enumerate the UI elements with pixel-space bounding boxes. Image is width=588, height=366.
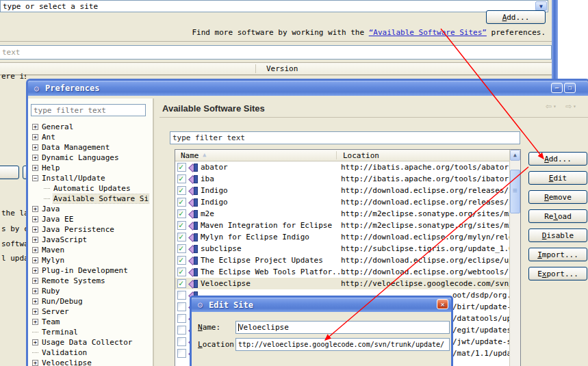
sites-filter-input[interactable]: type filter text: [170, 131, 520, 144]
table-scrollbar[interactable]: ▲ ▼: [509, 150, 520, 366]
tree-item-dynamic-languages[interactable]: +Dynamic Languages: [32, 153, 151, 163]
expand-icon[interactable]: +: [32, 309, 38, 315]
expand-icon[interactable]: +: [32, 247, 38, 253]
table-row[interactable]: Mylyn for Eclipse Indigohttp://download.…: [175, 231, 509, 243]
table-row[interactable]: abatorhttp://ibatis.apache.org/tools/aba…: [175, 161, 509, 173]
tree-item-ruby[interactable]: +Ruby: [32, 286, 151, 296]
tree-item-mylyn[interactable]: +Mylyn: [32, 255, 151, 265]
tree-item-validation[interactable]: Validation: [32, 348, 151, 358]
import-button[interactable]: Import...: [528, 248, 587, 261]
expand-icon[interactable]: +: [32, 165, 38, 171]
table-row[interactable]: m2ehttp://m2eclipse.sonatype.org/sites/m…: [175, 208, 509, 220]
tree-item-java-ee[interactable]: +Java EE: [32, 214, 151, 224]
site-checkbox[interactable]: [177, 209, 186, 218]
maximize-button[interactable]: ❐: [564, 83, 576, 93]
site-checkbox[interactable]: [177, 337, 186, 346]
tree-item-ant[interactable]: +Ant: [32, 132, 151, 142]
tree-item-maven[interactable]: +Maven: [32, 245, 151, 255]
add-site-button[interactable]: Add...: [486, 10, 546, 24]
site-checkbox[interactable]: [177, 233, 186, 241]
collapse-icon[interactable]: −: [32, 175, 38, 181]
edit-site-titlebar[interactable]: ⚙ Edit Site ✕: [192, 298, 451, 312]
expand-icon[interactable]: +: [32, 155, 38, 161]
tree-item-veloeclipse[interactable]: +Veloeclipse: [32, 358, 151, 366]
location-field[interactable]: ttp://veloeclipse.googlecode.com/svn/tru…: [235, 338, 450, 351]
forward-icon[interactable]: ⇨: [565, 100, 573, 112]
forward-dropdown-icon[interactable]: ▾: [573, 103, 578, 109]
minimize-button[interactable]: –: [551, 83, 563, 93]
available-software-sites-link[interactable]: “Available Software Sites”: [369, 28, 487, 37]
tree-item-javascript[interactable]: +JavaScript: [32, 235, 151, 245]
scroll-up-icon[interactable]: ▲: [510, 150, 520, 161]
back-icon[interactable]: ⇦: [546, 100, 553, 112]
tree-item-help[interactable]: +Help: [32, 163, 151, 173]
site-checkbox[interactable]: [177, 221, 186, 230]
tree-item-automatic-updates[interactable]: Automatic Updates: [32, 183, 151, 194]
expand-icon[interactable]: +: [32, 216, 38, 222]
site-checkbox[interactable]: [177, 163, 186, 172]
table-row[interactable]: Maven Integration for Eclipsehttp://m2ec…: [175, 220, 509, 231]
expand-icon[interactable]: +: [32, 278, 38, 284]
expand-icon[interactable]: +: [32, 124, 38, 130]
expand-icon[interactable]: +: [32, 144, 38, 151]
site-checkbox[interactable]: [177, 291, 186, 300]
site-checkbox[interactable]: [177, 174, 186, 183]
site-checkbox[interactable]: [177, 198, 186, 207]
version-column-header[interactable]: Version: [266, 64, 298, 73]
name-column-header[interactable]: Name: [181, 151, 199, 160]
tree-item-usage-data-collector[interactable]: +Usage Data Collector: [32, 337, 151, 348]
table-row[interactable]: Indigohttp://download.eclipse.org/releas…: [175, 185, 509, 196]
column-divider[interactable]: [336, 151, 337, 159]
expand-icon[interactable]: +: [32, 134, 38, 140]
tree-item-server[interactable]: +Server: [32, 306, 151, 317]
site-checkbox[interactable]: [177, 349, 186, 358]
add-button[interactable]: Add...: [528, 152, 587, 166]
wizard-partial-button[interactable]: [0, 166, 19, 179]
table-row[interactable]: The Eclipse Project Updateshttp://downlo…: [175, 254, 509, 266]
site-checkbox[interactable]: [177, 186, 186, 195]
site-checkbox[interactable]: [177, 302, 186, 311]
expand-icon[interactable]: +: [32, 267, 38, 274]
tree-item-install-update[interactable]: −Install/Update: [32, 173, 151, 183]
site-checkbox[interactable]: [177, 267, 186, 276]
site-combo[interactable]: type or select a site ▼: [0, 0, 548, 12]
scrollbar-thumb[interactable]: [510, 170, 520, 213]
table-row[interactable]: Indigohttp://download.eclipse.org/releas…: [175, 196, 509, 208]
site-checkbox[interactable]: [177, 256, 186, 265]
tree-item-remote-systems[interactable]: +Remote Systems: [32, 276, 151, 286]
edit-button[interactable]: Edit: [528, 171, 587, 185]
tree-item-available-software-si[interactable]: Available Software Si: [32, 194, 151, 204]
tree-item-general[interactable]: +General: [32, 122, 151, 132]
table-row[interactable]: ibahttp://ibatis.apache.org/tools/ibator: [175, 173, 509, 185]
expand-icon[interactable]: +: [32, 360, 38, 366]
expand-icon[interactable]: +: [32, 298, 38, 304]
tree-item-java[interactable]: +Java: [32, 204, 151, 214]
expand-icon[interactable]: +: [32, 226, 38, 233]
name-field[interactable]: Veloeclipse: [235, 321, 450, 334]
tree-item-run-debug[interactable]: +Run/Debug: [32, 296, 151, 306]
reload-button[interactable]: Reload: [528, 209, 587, 223]
preferences-titlebar[interactable]: ⚙ Preferences – ❐: [28, 81, 588, 96]
wizard-filter-input[interactable]: text: [0, 45, 552, 60]
preferences-filter-input[interactable]: [31, 104, 146, 116]
column-divider[interactable]: [255, 64, 256, 73]
tree-item-plug-in-development[interactable]: +Plug-in Development: [32, 265, 151, 276]
export-button[interactable]: Export...: [528, 267, 587, 280]
site-checkbox[interactable]: [177, 279, 186, 288]
expand-icon[interactable]: +: [32, 319, 38, 325]
tree-item-team[interactable]: +Team: [32, 317, 151, 327]
site-checkbox[interactable]: [177, 326, 186, 335]
expand-icon[interactable]: +: [32, 339, 38, 345]
site-checkbox[interactable]: [177, 244, 186, 253]
expand-icon[interactable]: +: [32, 206, 38, 212]
expand-icon[interactable]: +: [32, 257, 38, 263]
tree-item-terminal[interactable]: Terminal: [32, 327, 151, 337]
expand-icon[interactable]: +: [32, 288, 38, 294]
combo-dropdown-icon[interactable]: ▼: [535, 1, 547, 11]
site-checkbox[interactable]: [177, 314, 186, 323]
table-row[interactable]: The Eclipse Web Tools Platfor...http://d…: [175, 266, 509, 278]
expand-icon[interactable]: +: [32, 237, 38, 243]
location-column-header[interactable]: Location: [343, 151, 379, 160]
table-row[interactable]: Veloeclipsehttp://veloeclipse.googlecode…: [175, 278, 509, 289]
table-row[interactable]: subclipsehttp://subclipse.tigris.org/upd…: [175, 243, 509, 254]
